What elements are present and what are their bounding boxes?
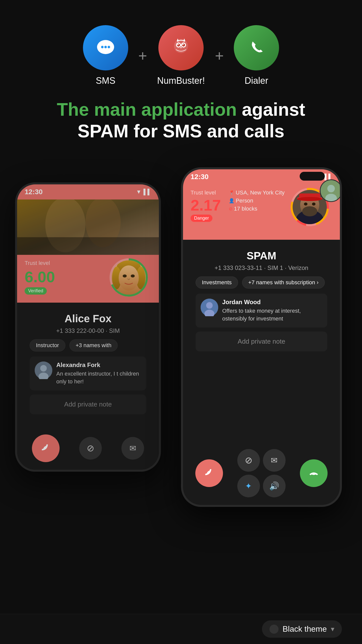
chevron-down-icon: ▾ xyxy=(331,625,334,633)
sms-app-wrapper: SMS xyxy=(83,25,128,86)
bluetooth-btn-front[interactable]: ✦ xyxy=(237,475,260,497)
svg-point-4 xyxy=(108,46,110,48)
comment-text-front: Offers to take money at interest, ostens… xyxy=(222,307,322,323)
svg-point-25 xyxy=(119,265,139,291)
tag2-front[interactable]: +7 names with subscription › xyxy=(242,276,325,289)
location-text: USA, New York City xyxy=(236,189,285,196)
svg-point-42 xyxy=(304,203,307,206)
phone-back-screen: 12:30 ▼ ▌▌ xyxy=(17,184,159,470)
svg-point-41 xyxy=(302,206,317,216)
contact-name-back: Alice Fox xyxy=(25,313,151,325)
app-icons-row: SMS + xyxy=(83,25,279,86)
svg-point-29 xyxy=(40,365,47,372)
numb-app-wrapper: NumBuster! xyxy=(157,25,205,86)
comment-card-front: Jordan Wood Offers to take money at inte… xyxy=(196,294,327,328)
info-section-front: SPAM +1 333 023-33-11 · SIM 1 · Verizon … xyxy=(183,240,340,362)
bluetooth-icon: ✦ xyxy=(245,481,252,491)
trust-label-front: Trust level xyxy=(191,189,221,196)
private-note-back[interactable]: Add private note xyxy=(30,394,146,414)
phone-header-front: Trust level 2.17 Danger 📍 USA, New York … xyxy=(183,184,340,240)
phones-section: 12:30 ▼ ▌▌ xyxy=(0,162,362,565)
block-btn-front[interactable]: ⊘ xyxy=(237,449,260,472)
phone-header-back: Trust level 6.00 Verified xyxy=(17,255,159,303)
svg-point-40 xyxy=(297,197,322,201)
signal-icon-front: ▌▌ xyxy=(325,174,332,180)
trust-score-front: 2.17 xyxy=(191,197,221,213)
speaker-icon: 🔊 xyxy=(269,481,279,491)
hangup-btn-front[interactable] xyxy=(195,459,223,487)
hangup-btn-back[interactable] xyxy=(32,434,60,462)
commenter-avatar-front xyxy=(201,299,218,316)
top-section: SMS + xyxy=(0,0,362,162)
contact-number-back: +1 333 222-00-00 · SIM xyxy=(25,327,151,334)
trust-label-back: Trust level xyxy=(25,260,55,266)
action-buttons-grid: ⊘ ✉ ✦ 🔊 xyxy=(237,449,286,497)
msg-icon-front: ✉ xyxy=(271,456,278,465)
theme-label: Black theme xyxy=(283,624,327,634)
sms-icon xyxy=(83,25,128,70)
block-icon-back: ⊘ xyxy=(87,443,94,454)
person-line: 👤 Person xyxy=(229,197,285,204)
location-info: 📍 USA, New York City 👤 Person ⊘ 17 block… xyxy=(229,189,285,212)
danger-badge: Danger xyxy=(191,215,212,222)
info-section-back: Alice Fox +1 333 222-00-00 · SIM Instruc… xyxy=(17,303,159,425)
time-front: 12:30 xyxy=(191,173,209,181)
svg-point-11 xyxy=(183,44,184,45)
status-icons-back: ▼ ▌▌ xyxy=(136,189,151,195)
numb-icon xyxy=(158,25,204,70)
trust-score-back: 6.00 xyxy=(25,268,55,286)
dialer-icon xyxy=(234,25,279,70)
svg-point-26 xyxy=(123,274,127,277)
phone-front-screen: 12:30 ▼ ▌▌ Trust level 2.17 Danger xyxy=(183,169,340,505)
tag1-front[interactable]: Investments xyxy=(196,276,238,289)
plus-2: + xyxy=(215,47,224,64)
signal-icon: ▌▌ xyxy=(144,189,151,195)
blocks-line: ⊘ 17 blocks xyxy=(229,206,285,212)
msg-btn-front[interactable]: ✉ xyxy=(263,449,286,472)
sms-label: SMS xyxy=(96,75,115,86)
commenter-avatar-side xyxy=(320,179,340,202)
commenter-avatar-back xyxy=(35,361,52,379)
commenter-name-front: Jordan Wood xyxy=(222,299,322,306)
contact-name-front: SPAM xyxy=(191,250,332,262)
tag1-back[interactable]: Instructor xyxy=(30,339,65,351)
private-note-front[interactable]: Add private note xyxy=(196,332,327,351)
person-icon: 👤 xyxy=(229,198,234,204)
headline: The main application againstSPAM for SMS… xyxy=(37,99,325,142)
block-btn-back[interactable]: ⊘ xyxy=(79,437,102,460)
comment-text-back: An excellent instructor, I t children on… xyxy=(56,370,141,386)
avatar-back xyxy=(109,257,149,298)
comment-content-back: Alexandra Fork An excellent instructor, … xyxy=(56,361,141,386)
comment-card-back: Alexandra Fork An excellent instructor, … xyxy=(30,356,146,391)
block-icon-front: ⊘ xyxy=(245,455,252,466)
location-pin-icon: 📍 xyxy=(229,190,234,195)
plus-1: + xyxy=(138,47,147,64)
call-buttons-back: ⊘ ✉ xyxy=(17,434,159,462)
commenter-name-back: Alexandra Fork xyxy=(56,361,141,369)
svg-point-2 xyxy=(101,46,104,48)
verified-badge: Verified xyxy=(25,287,47,295)
answer-btn-front[interactable] xyxy=(300,459,328,487)
theme-dot xyxy=(269,625,279,634)
phone-front: 12:30 ▼ ▌▌ Trust level 2.17 Danger xyxy=(181,167,342,507)
msg-btn-back[interactable]: ✉ xyxy=(121,437,144,460)
person-text: Person xyxy=(236,197,253,204)
time-back: 12:30 xyxy=(25,188,43,196)
block-icon: ⊘ xyxy=(229,206,233,212)
bg-image-back xyxy=(17,199,159,255)
svg-point-10 xyxy=(177,44,179,45)
call-buttons-front: ⊘ ✉ ✦ 🔊 xyxy=(183,449,340,497)
phone-back: 12:30 ▼ ▌▌ xyxy=(15,182,161,472)
theme-selector[interactable]: Black theme ▾ xyxy=(262,620,342,638)
numb-label: NumBuster! xyxy=(157,75,205,86)
location-line: 📍 USA, New York City xyxy=(229,189,285,196)
tags-row-back: Instructor +3 names with xyxy=(25,339,151,351)
blocks-text: 17 blocks xyxy=(234,206,257,212)
avatar-woman xyxy=(112,260,146,295)
status-bar-back: 12:30 ▼ ▌▌ xyxy=(17,184,159,199)
tag2-back[interactable]: +3 names with xyxy=(69,339,118,351)
contact-number-front: +1 333 023-33-11 · SIM 1 · Verizon xyxy=(191,264,332,271)
svg-point-45 xyxy=(206,302,213,309)
speaker-btn-front[interactable]: 🔊 xyxy=(263,475,286,497)
dialer-app-wrapper: Dialer xyxy=(234,25,279,86)
